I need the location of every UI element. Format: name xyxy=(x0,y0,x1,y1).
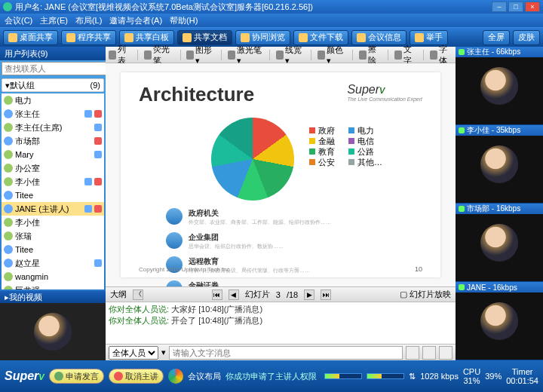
pie-chart xyxy=(211,118,294,201)
video-label: 李小佳 - 35kbps xyxy=(456,125,543,136)
participant-row[interactable]: 李主任(主席) xyxy=(2,121,104,134)
group-count: (9) xyxy=(90,81,100,90)
user-icon xyxy=(4,218,13,227)
main-toolbar: 桌面共享程序共享共享白板共享文档协同浏览文件下载会议信息举手全屏皮肤 xyxy=(0,27,543,47)
doc-tool[interactable]: 激光笔 ▾ xyxy=(228,44,263,66)
participant-row[interactable]: 市场部 xyxy=(2,134,104,148)
participant-row[interactable]: Mary xyxy=(2,148,104,161)
avatar xyxy=(480,67,518,105)
search-row: 🔍 xyxy=(2,62,104,77)
layout-pie-icon[interactable] xyxy=(168,369,183,384)
item-icon xyxy=(166,280,183,286)
participant-row[interactable]: Titee xyxy=(2,243,104,256)
participant-row[interactable]: 李小佳 xyxy=(2,175,104,188)
slide-item: 政府机关外交部、农业部、商务部、工作部、能源、给排行政协作…… xyxy=(166,208,418,226)
toolbar-button[interactable]: 文件下载 xyxy=(293,30,348,45)
menu-item[interactable]: 会议(C) xyxy=(5,15,32,26)
menu-item[interactable]: 帮助(H) xyxy=(170,15,198,26)
close-button[interactable]: × xyxy=(525,2,540,12)
user-name: 李小佳 xyxy=(15,176,82,188)
toolbar-icon xyxy=(183,33,192,42)
participant-row[interactable]: 巨龙强 xyxy=(2,283,104,289)
toolbar-button[interactable]: 全屏 xyxy=(483,30,510,45)
slide-area[interactable]: Architecture SuperVThe Live Communicatio… xyxy=(106,63,456,286)
toolbar-button[interactable]: 共享白板 xyxy=(119,30,174,45)
user-name: Titee xyxy=(15,191,102,200)
emoji-icon[interactable] xyxy=(406,346,419,360)
cam-icon xyxy=(94,137,102,145)
slideshow-button[interactable]: ▢ 幻灯片放映 xyxy=(400,289,451,300)
menu-item[interactable]: 邀请与会者(A) xyxy=(109,15,162,26)
toolbar-button[interactable]: 协同浏览 xyxy=(235,30,290,45)
brand-logo: SuperVThe Live Communication Expert xyxy=(347,83,422,102)
group-header[interactable]: ▾ 默认组 (9) xyxy=(2,78,104,92)
doc-tool[interactable]: 颜色 ▾ xyxy=(318,44,346,66)
chat-line: 你对全体人员说: 开会了 [10:48](广播消息) xyxy=(109,315,452,326)
tool-icon xyxy=(144,51,152,60)
prev-slide-button[interactable]: ◀ xyxy=(229,289,239,300)
doc-tool[interactable]: 字体 xyxy=(430,44,452,66)
audio-meter-2[interactable] xyxy=(367,373,404,379)
participant-row[interactable]: JANE (主讲人) xyxy=(2,202,104,216)
apply-speak-button[interactable]: 申请发言 xyxy=(49,369,104,384)
cancel-presenter-button[interactable]: 取消主讲 xyxy=(109,369,164,384)
participant-row[interactable]: 办公室 xyxy=(2,161,104,175)
toolbar-button[interactable]: 会议信息 xyxy=(351,30,406,45)
participant-row[interactable]: 赵立星 xyxy=(2,256,104,270)
doc-tool[interactable]: 文字 xyxy=(394,44,417,66)
menu-item[interactable]: 布局(L) xyxy=(75,15,102,26)
mic-icon xyxy=(84,205,92,213)
doc-tool[interactable]: 荧光笔 xyxy=(144,44,174,66)
timer-stat: Timer00:01:54 xyxy=(506,367,538,385)
outline-button[interactable]: 大纲 xyxy=(110,289,127,300)
prev-outline-icon[interactable]: 《 xyxy=(133,289,143,300)
layout-label[interactable]: 会议布局 xyxy=(188,371,221,382)
next-slide-button[interactable]: ▶ xyxy=(304,289,314,300)
cam-icon xyxy=(459,206,465,212)
chat-input-row: 全体人员 ▾ xyxy=(106,344,456,360)
mic-icon xyxy=(84,110,92,118)
toolbar-button[interactable]: 程序共享 xyxy=(61,30,116,45)
user-name: Titee xyxy=(15,245,102,254)
toolbar-button[interactable]: 皮肤 xyxy=(513,30,540,45)
toolbar-button[interactable]: 共享文档 xyxy=(177,30,232,45)
doc-tool[interactable]: 线宽 ▾ xyxy=(276,44,305,66)
font-icon[interactable] xyxy=(422,346,436,360)
video-cell[interactable]: 市场部 - 16kbps xyxy=(456,204,543,282)
chat-log[interactable]: 你对全体人员说: 大家好 [10:48](广播消息)你对全体人员说: 开会了 [… xyxy=(106,302,456,344)
video-cell[interactable]: 李小佳 - 35kbps xyxy=(456,125,543,204)
last-slide-button[interactable]: ⏭ xyxy=(321,289,331,300)
doc-tool[interactable]: 列表 xyxy=(109,44,131,66)
video-cell[interactable]: JANE - 16kbps xyxy=(456,282,543,360)
participant-row[interactable]: Titee xyxy=(2,188,104,202)
search-input[interactable] xyxy=(2,62,112,75)
first-slide-button[interactable]: ⏮ xyxy=(212,289,222,300)
maximize-button[interactable]: □ xyxy=(508,2,523,12)
toolbar-button[interactable]: 举手 xyxy=(410,30,448,45)
participant-row[interactable]: 张主任 xyxy=(2,107,104,121)
participant-row[interactable]: 李小佳 xyxy=(2,216,104,229)
chat-target-select[interactable]: 全体人员 xyxy=(109,346,158,360)
doc-tool[interactable]: 图形 ▾ xyxy=(186,44,215,66)
participant-row[interactable]: 张瑞 xyxy=(2,229,104,243)
toolbar-button[interactable]: 桌面共享 xyxy=(3,30,58,45)
menu-item[interactable]: 主席(E) xyxy=(40,15,68,26)
toolbar-icon xyxy=(415,33,424,42)
my-video[interactable] xyxy=(0,303,106,360)
send-icon[interactable] xyxy=(439,346,452,360)
menubar: 会议(C)主席(E)布局(L)邀请与会者(A)帮助(H) xyxy=(0,14,543,27)
participant-row[interactable]: wangmin xyxy=(2,270,104,283)
chevron-down-icon[interactable]: ▾ xyxy=(161,348,166,357)
audio-meter[interactable] xyxy=(324,373,362,379)
chat-input[interactable] xyxy=(169,346,403,360)
group-name: 默认组 xyxy=(10,80,35,91)
logo: SuperV xyxy=(5,369,44,383)
video-cell[interactable]: 张主任 - 66kbps xyxy=(456,47,543,125)
user-icon xyxy=(4,204,13,213)
doc-tool[interactable]: 擦除 xyxy=(359,44,382,66)
minimize-button[interactable]: – xyxy=(492,2,507,12)
participant-row[interactable]: 电力 xyxy=(2,93,104,107)
my-video-header: ▸ 我的视频 xyxy=(0,291,106,303)
participant-list[interactable]: 电力张主任李主任(主席)市场部Mary办公室李小佳TiteeJANE (主讲人)… xyxy=(2,93,104,289)
toolbar-icon xyxy=(8,33,17,42)
